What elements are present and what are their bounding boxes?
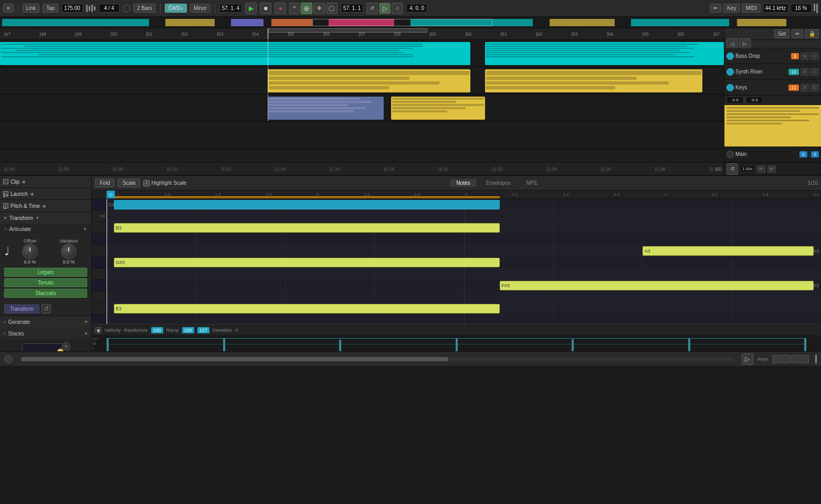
status-btn1[interactable]: [772, 355, 781, 363]
play-button[interactable]: ▶: [245, 3, 257, 14]
speed-display[interactable]: 1.00x: [740, 165, 755, 172]
highlight-checkbox[interactable]: ✓: [143, 180, 150, 186]
generate-header[interactable]: ○ Generate ▼: [0, 316, 91, 328]
keys-circle[interactable]: [727, 84, 734, 91]
transform-button[interactable]: Transform: [4, 304, 39, 313]
pos2-display[interactable]: 57. 1. 1: [341, 4, 363, 13]
punch-button[interactable]: ◇: [392, 3, 403, 14]
lock-icon[interactable]: 🔒: [805, 29, 819, 38]
vel-expand[interactable]: ▼: [95, 327, 101, 333]
status-btn3[interactable]: [791, 355, 799, 363]
h-btn[interactable]: H: [757, 165, 765, 173]
envelopes-tab[interactable]: Envelopes: [480, 179, 517, 187]
draw-button[interactable]: ✥: [313, 3, 325, 14]
status-circle[interactable]: [4, 355, 13, 363]
piano-key-a3[interactable]: [92, 245, 106, 257]
position-display[interactable]: 57. 1. 4: [219, 4, 242, 13]
piano-key-as3[interactable]: [92, 234, 106, 245]
note-grid[interactable]: A3 F#3 C#4 C#3 B3 A3 G#3 F#3 E3: [107, 199, 821, 324]
piano-key-g3[interactable]: [92, 268, 106, 280]
velocity-val3[interactable]: 127: [197, 327, 209, 333]
grid-display[interactable]: 4. 0. 0: [406, 4, 427, 13]
piano-key-gs3[interactable]: [92, 257, 106, 268]
clip-3a[interactable]: [268, 97, 384, 120]
clip-1a[interactable]: [0, 42, 470, 65]
keys-vol-left[interactable]: -6.6: [727, 97, 743, 103]
zoom-level[interactable]: 16 %: [791, 4, 812, 13]
midi-label[interactable]: MIDI: [742, 4, 760, 13]
note-e3[interactable]: E3: [114, 304, 500, 313]
synth-riser-s[interactable]: S: [801, 68, 809, 76]
synth-riser-mute[interactable]: ○: [811, 68, 819, 76]
speed-icon[interactable]: ↺: [727, 163, 738, 175]
velocity-val1[interactable]: 100: [151, 327, 163, 333]
status-next[interactable]: ▷: [742, 353, 753, 365]
tenuto-button[interactable]: Tenuto: [4, 278, 87, 287]
staccato-button[interactable]: Staccato: [4, 289, 87, 298]
synth-riser-circle[interactable]: [727, 68, 734, 76]
status-btn4[interactable]: [801, 355, 809, 363]
scale-button[interactable]: Scale: [118, 178, 140, 187]
note-a3[interactable]: A3: [643, 246, 814, 256]
fold-button[interactable]: Fold: [95, 178, 114, 187]
status-handle[interactable]: [815, 355, 817, 363]
back-button[interactable]: ◯: [326, 3, 338, 14]
status-btn2[interactable]: [782, 355, 790, 363]
time-sig-display[interactable]: 4 / 4: [99, 4, 120, 13]
stop-button[interactable]: ■: [260, 3, 271, 14]
bars-button[interactable]: 2 Bars: [133, 4, 156, 13]
tap-button[interactable]: Tap: [43, 4, 58, 13]
add-button[interactable]: +: [289, 3, 300, 14]
loop-button[interactable]: ⊕: [301, 3, 312, 14]
note-fs3[interactable]: F#3: [500, 281, 814, 290]
record-button[interactable]: ●: [275, 3, 286, 14]
bass-drop-circle[interactable]: [727, 52, 734, 60]
clip-3b[interactable]: [391, 97, 485, 120]
edit-icon[interactable]: ✏: [792, 29, 803, 38]
link-button[interactable]: Link: [23, 4, 39, 13]
main-circle[interactable]: [727, 151, 734, 158]
note-gs3[interactable]: G#3: [114, 258, 500, 267]
clip-2a[interactable]: [268, 69, 470, 92]
note-b3[interactable]: B3: [114, 223, 500, 233]
offset-knob[interactable]: [22, 244, 38, 259]
piano-key-f3[interactable]: [92, 291, 106, 303]
bpm-display[interactable]: 175.00: [61, 4, 83, 13]
bass-drop-mute[interactable]: ○: [811, 52, 819, 60]
menu-button[interactable]: ≡: [3, 4, 14, 13]
clip-header[interactable]: Clip ◀: [0, 176, 91, 187]
stacks-header[interactable]: ○ Stacks ▼: [0, 328, 91, 339]
keys-vol-right[interactable]: -6.6: [746, 97, 763, 103]
mpe-tab[interactable]: MPE: [520, 179, 544, 187]
transform-header[interactable]: ▼ Transform ▼: [0, 212, 91, 224]
bass-drop-s[interactable]: S: [801, 52, 809, 60]
pencil-tool[interactable]: ✏: [710, 4, 721, 13]
articulate-header[interactable]: ○ Articulate ▼: [0, 224, 91, 234]
transform-refresh[interactable]: ↺: [41, 304, 51, 313]
keys-c[interactable]: C: [811, 84, 819, 91]
piano-key-c4[interactable]: C4: [92, 211, 106, 222]
velocity-val2[interactable]: 100: [182, 327, 194, 333]
piano-key-cs4[interactable]: [92, 199, 106, 211]
status-scrollbar[interactable]: [21, 357, 733, 361]
launch-header[interactable]: ▷ Launch ◀: [0, 188, 91, 200]
set-button[interactable]: Set: [774, 29, 790, 38]
piano-key-fs3[interactable]: [92, 280, 106, 291]
w-btn[interactable]: W: [767, 165, 776, 173]
keys-s[interactable]: S: [801, 84, 809, 91]
piano-key-b3[interactable]: [92, 222, 106, 234]
loop-icon[interactable]: ↺: [366, 3, 378, 14]
playhead-marker[interactable]: [107, 191, 115, 198]
key-label[interactable]: Key: [723, 4, 740, 13]
notes-tab[interactable]: Notes: [450, 179, 477, 187]
piano-key-e3[interactable]: [92, 303, 106, 314]
note-cs4[interactable]: [114, 200, 500, 209]
metronome-button[interactable]: [123, 5, 130, 12]
legato-button[interactable]: Legato: [4, 268, 87, 277]
pitch-time-header[interactable]: ♩ Pitch & Time ◀: [0, 200, 91, 212]
mode-button[interactable]: Minor: [190, 4, 210, 13]
clip-1b[interactable]: [485, 42, 724, 65]
variation-knob[interactable]: [61, 244, 77, 259]
clip-2b[interactable]: [485, 69, 702, 92]
key-button[interactable]: C#/D♭: [165, 4, 187, 13]
